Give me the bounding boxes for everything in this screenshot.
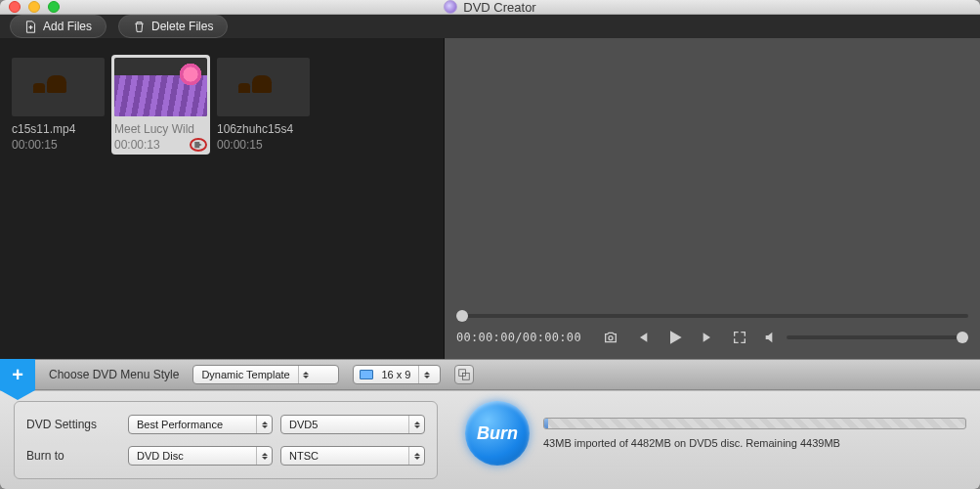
main-area: c15s11.mp4 00:00:15 Meet Lucy Wild 00:00…	[0, 38, 980, 359]
customize-menu-button[interactable]	[454, 365, 474, 384]
file-item[interactable]: 106zhuhc15s4 00:00:15	[217, 58, 310, 152]
titlebar: DVD Creator	[0, 0, 980, 15]
menu-style-marker[interactable]: +	[0, 359, 35, 390]
status-text: 43MB imported of 4482MB on DVD5 disc. Re…	[543, 437, 966, 449]
add-file-icon	[24, 21, 37, 33]
layout-icon	[458, 369, 470, 380]
template-value: Dynamic Template	[193, 369, 297, 380]
file-thumbnail	[12, 58, 105, 116]
window-title: DVD Creator	[463, 0, 535, 15]
stepper-icon	[256, 447, 272, 465]
snapshot-button[interactable]	[603, 330, 618, 345]
file-item[interactable]: c15s11.mp4 00:00:15	[12, 58, 105, 152]
burn-label: Burn	[477, 423, 518, 444]
app-icon	[444, 0, 457, 14]
timecode: 00:00:00/00:00:00	[456, 331, 581, 344]
monitor-icon	[360, 370, 373, 379]
burn-target-value: DVD Disc	[129, 450, 192, 462]
aspect-value: 16 x 9	[373, 369, 418, 380]
file-duration: 00:00:15	[217, 138, 263, 152]
edit-icon	[193, 140, 203, 150]
file-duration: 00:00:13	[114, 138, 160, 152]
edit-clip-button[interactable]	[190, 138, 207, 152]
performance-select[interactable]: Best Performance	[128, 415, 273, 434]
add-files-button[interactable]: Add Files	[10, 15, 107, 38]
prev-button[interactable]	[634, 330, 650, 345]
stepper-icon	[408, 416, 424, 433]
zoom-window-button[interactable]	[48, 1, 60, 13]
file-name: Meet Lucy Wild	[114, 122, 207, 136]
file-name: c15s11.mp4	[12, 122, 105, 136]
svg-point-0	[609, 336, 613, 340]
preview-pane: 00:00:00/00:00:00	[444, 38, 980, 359]
play-button[interactable]	[665, 328, 685, 347]
disc-type-value: DVD5	[281, 419, 325, 430]
trash-icon	[133, 21, 146, 33]
next-button[interactable]	[701, 330, 716, 345]
settings-box: DVD Settings Best Performance DVD5 Burn …	[14, 401, 438, 479]
player-bar: 00:00:00/00:00:00	[445, 308, 980, 359]
burnto-label: Burn to	[26, 449, 120, 463]
file-duration: 00:00:15	[12, 138, 58, 152]
dvd-settings-label: DVD Settings	[26, 418, 120, 431]
menu-style-label: Choose DVD Menu Style	[49, 368, 179, 381]
capacity-fill	[544, 419, 548, 428]
performance-value: Best Performance	[129, 419, 231, 430]
delete-files-label: Delete Files	[151, 20, 213, 33]
tv-standard-select[interactable]: NTSC	[280, 446, 425, 466]
volume-slider[interactable]	[787, 335, 968, 339]
template-select[interactable]: Dynamic Template	[192, 365, 339, 384]
plus-icon: +	[12, 365, 23, 384]
file-thumbnail	[217, 58, 310, 116]
seek-slider[interactable]	[456, 314, 968, 318]
file-name: 106zhuhc15s4	[217, 122, 310, 136]
burn-button[interactable]: Burn	[465, 401, 530, 466]
capacity-progress	[543, 418, 966, 429]
stepper-icon	[418, 366, 434, 383]
window-controls	[9, 1, 60, 13]
aspect-select[interactable]: 16 x 9	[353, 365, 441, 384]
file-item[interactable]: Meet Lucy Wild 00:00:13	[114, 58, 207, 152]
mute-button[interactable]	[763, 330, 779, 345]
add-files-label: Add Files	[43, 20, 92, 33]
stepper-icon	[298, 366, 314, 383]
bottom-panel: DVD Settings Best Performance DVD5 Burn …	[0, 390, 980, 489]
stepper-icon	[408, 447, 424, 465]
file-thumbnail	[114, 58, 207, 116]
close-window-button[interactable]	[9, 1, 21, 13]
toolbar: Add Files Delete Files	[0, 15, 980, 38]
menu-style-strip: + Choose DVD Menu Style Dynamic Template…	[0, 359, 980, 390]
fullscreen-button[interactable]	[732, 330, 747, 345]
stepper-icon	[256, 416, 272, 433]
minimize-window-button[interactable]	[28, 1, 40, 13]
burn-target-select[interactable]: DVD Disc	[128, 446, 273, 466]
disc-type-select[interactable]: DVD5	[280, 415, 425, 434]
tv-standard-value: NTSC	[281, 450, 326, 462]
delete-files-button[interactable]: Delete Files	[118, 15, 228, 38]
file-list: c15s11.mp4 00:00:15 Meet Lucy Wild 00:00…	[0, 38, 444, 359]
app-window: DVD Creator Add Files Delete Files c15s1…	[0, 0, 980, 489]
